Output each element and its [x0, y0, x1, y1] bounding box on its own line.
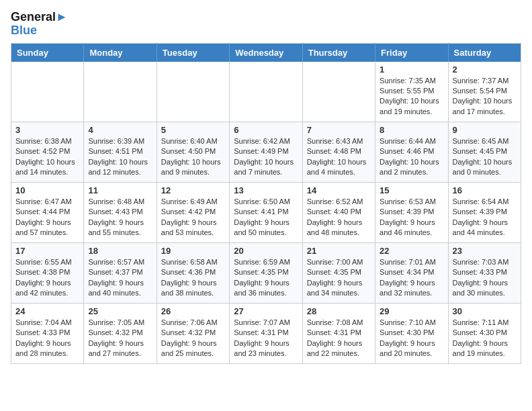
- cell-text: Daylight: 9 hours and 38 minutes.: [161, 278, 225, 299]
- cell-text: Sunset: 4:46 PM: [380, 146, 443, 156]
- calendar-cell: [11, 62, 84, 122]
- calendar-cell: 18Sunrise: 6:57 AMSunset: 4:37 PMDayligh…: [84, 243, 157, 304]
- calendar-cell: 28Sunrise: 7:08 AMSunset: 4:31 PMDayligh…: [302, 304, 375, 364]
- cell-text: Sunrise: 6:49 AM: [161, 197, 225, 207]
- cell-text: Sunrise: 6:57 AM: [88, 257, 152, 267]
- cell-text: Sunrise: 7:10 AM: [380, 318, 443, 328]
- day-number: 6: [234, 125, 298, 135]
- day-number: 29: [380, 306, 443, 316]
- cell-text: Sunrise: 7:07 AM: [234, 318, 298, 328]
- cell-text: Daylight: 10 hours and 14 minutes.: [15, 157, 79, 178]
- cell-text: Sunrise: 6:39 AM: [88, 136, 152, 146]
- day-number: 3: [15, 125, 79, 135]
- calendar-cell: [302, 62, 375, 122]
- day-number: 17: [15, 246, 79, 256]
- cell-text: Daylight: 9 hours and 42 minutes.: [15, 278, 79, 299]
- cell-text: Sunset: 4:51 PM: [88, 146, 152, 156]
- cell-text: Daylight: 10 hours and 9 minutes.: [161, 157, 225, 178]
- day-number: 2: [453, 64, 517, 75]
- calendar-cell: 30Sunrise: 7:11 AMSunset: 4:30 PMDayligh…: [448, 304, 521, 364]
- cell-text: Daylight: 9 hours and 25 minutes.: [161, 338, 225, 359]
- calendar-cell: 4Sunrise: 6:39 AMSunset: 4:51 PMDaylight…: [84, 122, 157, 183]
- day-number: 9: [453, 125, 517, 135]
- cell-text: Daylight: 10 hours and 0 minutes.: [453, 157, 517, 178]
- calendar-cell: 3Sunrise: 6:38 AMSunset: 4:52 PMDaylight…: [11, 122, 84, 183]
- cell-text: Sunset: 4:33 PM: [15, 328, 79, 338]
- calendar-cell: 17Sunrise: 6:55 AMSunset: 4:38 PMDayligh…: [11, 243, 84, 304]
- weekday-header-sunday: Sunday: [11, 43, 84, 62]
- cell-text: Sunset: 4:49 PM: [234, 146, 298, 156]
- cell-text: Sunrise: 6:58 AM: [161, 257, 225, 267]
- cell-text: Sunrise: 6:52 AM: [307, 197, 371, 207]
- cell-text: Sunset: 4:41 PM: [234, 207, 298, 217]
- cell-text: Sunset: 4:38 PM: [15, 267, 79, 277]
- day-number: 20: [234, 246, 298, 256]
- weekday-header-wednesday: Wednesday: [230, 43, 302, 62]
- cell-text: Daylight: 10 hours and 12 minutes.: [88, 157, 152, 178]
- cell-text: Sunset: 4:42 PM: [161, 207, 225, 217]
- day-number: 13: [234, 185, 298, 195]
- cell-text: Sunrise: 7:35 AM: [380, 76, 443, 86]
- calendar-week-row: 1Sunrise: 7:35 AMSunset: 5:55 PMDaylight…: [11, 62, 521, 122]
- day-number: 7: [307, 125, 371, 135]
- cell-text: Sunrise: 7:00 AM: [307, 257, 371, 267]
- day-number: 14: [307, 185, 371, 195]
- cell-text: Sunset: 5:54 PM: [453, 86, 517, 96]
- cell-text: Sunset: 4:37 PM: [88, 267, 152, 277]
- cell-text: Daylight: 10 hours and 17 minutes.: [453, 96, 517, 117]
- day-number: 16: [453, 185, 517, 195]
- cell-text: Daylight: 9 hours and 46 minutes.: [380, 218, 443, 238]
- day-number: 23: [453, 246, 517, 256]
- cell-text: Sunrise: 6:44 AM: [380, 136, 443, 146]
- cell-text: Daylight: 9 hours and 34 minutes.: [307, 278, 371, 299]
- calendar-cell: [230, 62, 302, 122]
- day-number: 10: [15, 185, 79, 195]
- cell-text: Sunset: 4:39 PM: [380, 207, 443, 217]
- cell-text: Sunrise: 6:47 AM: [15, 197, 79, 207]
- calendar-cell: [157, 62, 229, 122]
- cell-text: Sunrise: 7:37 AM: [453, 76, 517, 86]
- calendar-cell: 14Sunrise: 6:52 AMSunset: 4:40 PMDayligh…: [302, 183, 375, 243]
- calendar-cell: 23Sunrise: 7:03 AMSunset: 4:33 PMDayligh…: [448, 243, 521, 304]
- calendar-week-row: 3Sunrise: 6:38 AMSunset: 4:52 PMDaylight…: [11, 122, 521, 183]
- calendar-cell: 5Sunrise: 6:40 AMSunset: 4:50 PMDaylight…: [157, 122, 229, 183]
- calendar-week-row: 24Sunrise: 7:04 AMSunset: 4:33 PMDayligh…: [11, 304, 521, 364]
- calendar-cell: 9Sunrise: 6:45 AMSunset: 4:45 PMDaylight…: [448, 122, 521, 183]
- cell-text: Sunset: 5:55 PM: [380, 86, 443, 96]
- day-number: 5: [161, 125, 225, 135]
- cell-text: Daylight: 10 hours and 2 minutes.: [380, 157, 443, 178]
- cell-text: Sunset: 4:40 PM: [307, 207, 371, 217]
- cell-text: Daylight: 9 hours and 55 minutes.: [88, 218, 152, 238]
- cell-text: Sunrise: 7:11 AM: [453, 318, 517, 328]
- day-number: 15: [380, 185, 443, 195]
- cell-text: Sunrise: 6:38 AM: [15, 136, 79, 146]
- day-number: 30: [453, 306, 517, 316]
- logo: General► Blue: [11, 11, 68, 38]
- calendar-cell: 8Sunrise: 6:44 AMSunset: 4:46 PMDaylight…: [375, 122, 448, 183]
- cell-text: Sunset: 4:34 PM: [380, 267, 443, 277]
- cell-text: Sunset: 4:32 PM: [88, 328, 152, 338]
- day-number: 11: [88, 185, 152, 195]
- cell-text: Sunrise: 7:05 AM: [88, 318, 152, 328]
- weekday-header-monday: Monday: [84, 43, 157, 62]
- day-number: 24: [15, 306, 79, 316]
- calendar-cell: 20Sunrise: 6:59 AMSunset: 4:35 PMDayligh…: [230, 243, 302, 304]
- cell-text: Daylight: 10 hours and 19 minutes.: [380, 96, 443, 117]
- calendar-cell: 24Sunrise: 7:04 AMSunset: 4:33 PMDayligh…: [11, 304, 84, 364]
- cell-text: Sunset: 4:35 PM: [234, 267, 298, 277]
- cell-text: Sunrise: 7:04 AM: [15, 318, 79, 328]
- cell-text: Sunrise: 6:40 AM: [161, 136, 225, 146]
- calendar-cell: 21Sunrise: 7:00 AMSunset: 4:35 PMDayligh…: [302, 243, 375, 304]
- cell-text: Daylight: 9 hours and 30 minutes.: [453, 278, 517, 299]
- calendar-cell: 27Sunrise: 7:07 AMSunset: 4:31 PMDayligh…: [230, 304, 302, 364]
- cell-text: Daylight: 9 hours and 36 minutes.: [234, 278, 298, 299]
- cell-text: Sunrise: 6:53 AM: [380, 197, 443, 207]
- cell-text: Sunrise: 7:08 AM: [307, 318, 371, 328]
- weekday-header-saturday: Saturday: [448, 43, 521, 62]
- cell-text: Daylight: 9 hours and 40 minutes.: [88, 278, 152, 299]
- calendar-cell: 13Sunrise: 6:50 AMSunset: 4:41 PMDayligh…: [230, 183, 302, 243]
- calendar-cell: 19Sunrise: 6:58 AMSunset: 4:36 PMDayligh…: [157, 243, 229, 304]
- cell-text: Daylight: 9 hours and 32 minutes.: [380, 278, 443, 299]
- cell-text: Sunset: 4:30 PM: [380, 328, 443, 338]
- weekday-header-thursday: Thursday: [302, 43, 375, 62]
